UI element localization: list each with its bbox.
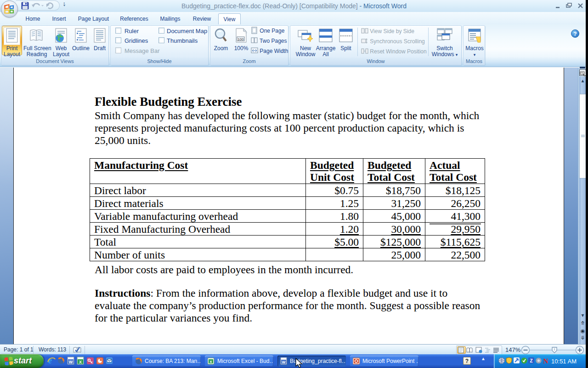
svg-text:W: W <box>282 360 286 364</box>
svg-text:X: X <box>79 360 82 364</box>
svg-text:100: 100 <box>237 37 244 41</box>
svg-text:W: W <box>69 360 73 364</box>
svg-text:Z: Z <box>530 358 532 363</box>
svg-text:X: X <box>209 360 212 364</box>
svg-text:N: N <box>543 357 548 365</box>
